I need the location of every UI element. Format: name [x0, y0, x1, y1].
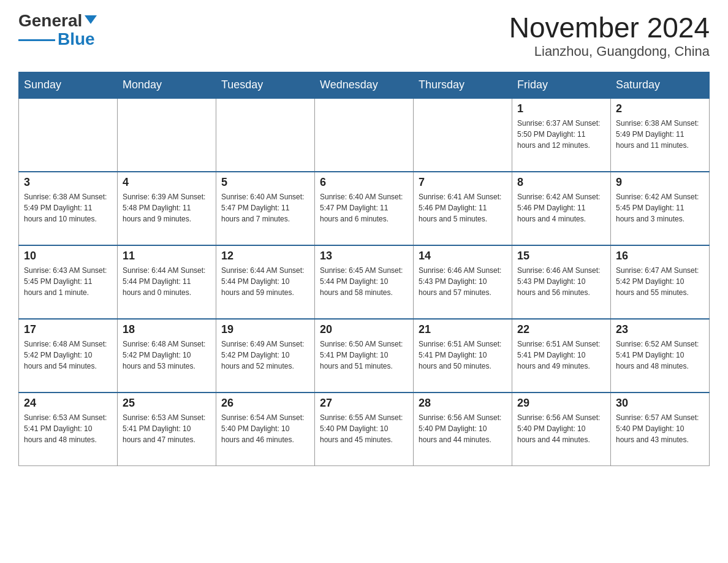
- calendar-cell: 22Sunrise: 6:51 AM Sunset: 5:41 PM Dayli…: [512, 319, 611, 393]
- day-number: 19: [221, 323, 309, 336]
- calendar-cell: [216, 98, 315, 172]
- logo-line: [18, 39, 55, 41]
- day-number: 4: [123, 176, 211, 189]
- day-number: 15: [517, 250, 605, 262]
- calendar-cell: [414, 98, 512, 172]
- day-info: Sunrise: 6:50 AM Sunset: 5:41 PM Dayligh…: [320, 339, 408, 372]
- day-number: 26: [221, 397, 309, 410]
- header-saturday: Saturday: [611, 72, 710, 98]
- day-number: 24: [24, 397, 112, 410]
- location-title: Lianzhou, Guangdong, China: [509, 44, 710, 59]
- day-info: Sunrise: 6:39 AM Sunset: 5:48 PM Dayligh…: [123, 191, 211, 224]
- day-number: 27: [320, 397, 408, 410]
- day-info: Sunrise: 6:51 AM Sunset: 5:41 PM Dayligh…: [419, 339, 507, 372]
- day-info: Sunrise: 6:38 AM Sunset: 5:49 PM Dayligh…: [24, 191, 112, 224]
- day-info: Sunrise: 6:42 AM Sunset: 5:45 PM Dayligh…: [616, 191, 704, 224]
- day-info: Sunrise: 6:49 AM Sunset: 5:42 PM Dayligh…: [221, 339, 309, 372]
- calendar-cell: 13Sunrise: 6:45 AM Sunset: 5:44 PM Dayli…: [315, 245, 414, 319]
- day-info: Sunrise: 6:57 AM Sunset: 5:40 PM Dayligh…: [616, 412, 704, 445]
- day-info: Sunrise: 6:41 AM Sunset: 5:46 PM Dayligh…: [419, 191, 507, 224]
- month-title: November 2024: [509, 12, 710, 44]
- calendar-cell: [19, 98, 118, 172]
- day-info: Sunrise: 6:44 AM Sunset: 5:44 PM Dayligh…: [123, 265, 211, 298]
- calendar-cell: 3Sunrise: 6:38 AM Sunset: 5:49 PM Daylig…: [19, 172, 118, 245]
- calendar-cell: [118, 98, 216, 172]
- day-number: 6: [320, 176, 408, 189]
- day-info: Sunrise: 6:56 AM Sunset: 5:40 PM Dayligh…: [419, 412, 507, 445]
- calendar-cell: 29Sunrise: 6:56 AM Sunset: 5:40 PM Dayli…: [512, 393, 611, 466]
- day-info: Sunrise: 6:48 AM Sunset: 5:42 PM Dayligh…: [123, 339, 211, 372]
- header-sunday: Sunday: [19, 72, 118, 98]
- day-number: 12: [221, 250, 309, 262]
- header-thursday: Thursday: [414, 72, 512, 98]
- week-row-5: 24Sunrise: 6:53 AM Sunset: 5:41 PM Dayli…: [19, 393, 710, 466]
- day-number: 17: [24, 323, 112, 336]
- day-number: 3: [24, 176, 112, 189]
- day-info: Sunrise: 6:44 AM Sunset: 5:44 PM Dayligh…: [221, 265, 309, 298]
- calendar-cell: 23Sunrise: 6:52 AM Sunset: 5:41 PM Dayli…: [611, 319, 710, 393]
- header-friday: Friday: [512, 72, 611, 98]
- day-number: 21: [419, 323, 507, 336]
- day-number: 14: [419, 250, 507, 262]
- week-row-4: 17Sunrise: 6:48 AM Sunset: 5:42 PM Dayli…: [19, 319, 710, 393]
- calendar-cell: 6Sunrise: 6:40 AM Sunset: 5:47 PM Daylig…: [315, 172, 414, 245]
- calendar-cell: 15Sunrise: 6:46 AM Sunset: 5:43 PM Dayli…: [512, 245, 611, 319]
- day-number: 9: [616, 176, 704, 189]
- calendar-cell: 28Sunrise: 6:56 AM Sunset: 5:40 PM Dayli…: [414, 393, 512, 466]
- calendar-cell: 7Sunrise: 6:41 AM Sunset: 5:46 PM Daylig…: [414, 172, 512, 245]
- calendar-cell: 25Sunrise: 6:53 AM Sunset: 5:41 PM Dayli…: [118, 393, 216, 466]
- day-number: 13: [320, 250, 408, 262]
- calendar-cell: 11Sunrise: 6:44 AM Sunset: 5:44 PM Dayli…: [118, 245, 216, 319]
- calendar-cell: 5Sunrise: 6:40 AM Sunset: 5:47 PM Daylig…: [216, 172, 315, 245]
- day-info: Sunrise: 6:37 AM Sunset: 5:50 PM Dayligh…: [517, 118, 605, 151]
- calendar-cell: 21Sunrise: 6:51 AM Sunset: 5:41 PM Dayli…: [414, 319, 512, 393]
- day-number: 29: [517, 397, 605, 410]
- day-info: Sunrise: 6:54 AM Sunset: 5:40 PM Dayligh…: [221, 412, 309, 445]
- day-number: 2: [616, 102, 704, 115]
- calendar-cell: 1Sunrise: 6:37 AM Sunset: 5:50 PM Daylig…: [512, 98, 611, 172]
- day-number: 23: [616, 323, 704, 336]
- day-number: 25: [123, 397, 211, 410]
- day-number: 16: [616, 250, 704, 262]
- calendar-cell: 16Sunrise: 6:47 AM Sunset: 5:42 PM Dayli…: [611, 245, 710, 319]
- logo: General Blue: [18, 12, 97, 48]
- header-wednesday: Wednesday: [315, 72, 414, 98]
- day-number: 22: [517, 323, 605, 336]
- logo-triangle-icon: [85, 15, 97, 24]
- week-row-2: 3Sunrise: 6:38 AM Sunset: 5:49 PM Daylig…: [19, 172, 710, 245]
- calendar-cell: 18Sunrise: 6:48 AM Sunset: 5:42 PM Dayli…: [118, 319, 216, 393]
- calendar-cell: 30Sunrise: 6:57 AM Sunset: 5:40 PM Dayli…: [611, 393, 710, 466]
- day-number: 18: [123, 323, 211, 336]
- day-info: Sunrise: 6:55 AM Sunset: 5:40 PM Dayligh…: [320, 412, 408, 445]
- day-number: 20: [320, 323, 408, 336]
- calendar-cell: 26Sunrise: 6:54 AM Sunset: 5:40 PM Dayli…: [216, 393, 315, 466]
- day-info: Sunrise: 6:51 AM Sunset: 5:41 PM Dayligh…: [517, 339, 605, 372]
- day-info: Sunrise: 6:40 AM Sunset: 5:47 PM Dayligh…: [221, 191, 309, 224]
- logo-blue-text: Blue: [58, 31, 95, 48]
- day-number: 1: [517, 102, 605, 115]
- day-number: 10: [24, 250, 112, 262]
- calendar-cell: 14Sunrise: 6:46 AM Sunset: 5:43 PM Dayli…: [414, 245, 512, 319]
- day-info: Sunrise: 6:48 AM Sunset: 5:42 PM Dayligh…: [24, 339, 112, 372]
- day-number: 30: [616, 397, 704, 410]
- day-info: Sunrise: 6:45 AM Sunset: 5:44 PM Dayligh…: [320, 265, 408, 298]
- day-number: 11: [123, 250, 211, 262]
- day-info: Sunrise: 6:47 AM Sunset: 5:42 PM Dayligh…: [616, 265, 704, 298]
- day-number: 28: [419, 397, 507, 410]
- day-info: Sunrise: 6:46 AM Sunset: 5:43 PM Dayligh…: [419, 265, 507, 298]
- day-info: Sunrise: 6:46 AM Sunset: 5:43 PM Dayligh…: [517, 265, 605, 298]
- day-info: Sunrise: 6:53 AM Sunset: 5:41 PM Dayligh…: [123, 412, 211, 445]
- day-number: 5: [221, 176, 309, 189]
- logo-general-text: General: [18, 12, 82, 29]
- day-info: Sunrise: 6:38 AM Sunset: 5:49 PM Dayligh…: [616, 118, 704, 151]
- calendar-cell: 27Sunrise: 6:55 AM Sunset: 5:40 PM Dayli…: [315, 393, 414, 466]
- week-row-3: 10Sunrise: 6:43 AM Sunset: 5:45 PM Dayli…: [19, 245, 710, 319]
- header-tuesday: Tuesday: [216, 72, 315, 98]
- day-info: Sunrise: 6:42 AM Sunset: 5:46 PM Dayligh…: [517, 191, 605, 224]
- title-section: November 2024 Lianzhou, Guangdong, China: [509, 12, 710, 59]
- calendar-cell: 20Sunrise: 6:50 AM Sunset: 5:41 PM Dayli…: [315, 319, 414, 393]
- calendar-cell: 8Sunrise: 6:42 AM Sunset: 5:46 PM Daylig…: [512, 172, 611, 245]
- calendar-cell: [315, 98, 414, 172]
- day-info: Sunrise: 6:52 AM Sunset: 5:41 PM Dayligh…: [616, 339, 704, 372]
- day-info: Sunrise: 6:40 AM Sunset: 5:47 PM Dayligh…: [320, 191, 408, 224]
